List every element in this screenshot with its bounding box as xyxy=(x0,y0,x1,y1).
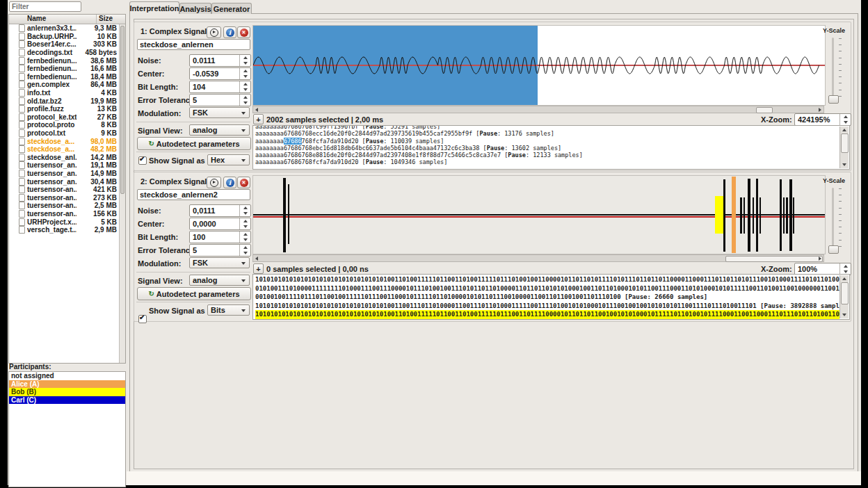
signal1-errortolerance-spinbox[interactable] xyxy=(189,94,251,106)
file-row[interactable]: versch_tage.t...2,9 MB xyxy=(9,226,120,234)
protocol-line[interactable]: aaaaaaaa67686768e8816de20f0c2844d97ad239… xyxy=(255,152,839,158)
signal2-errortolerance-value[interactable] xyxy=(190,245,239,256)
signal1-yscale-slider-handle[interactable] xyxy=(828,95,839,104)
signal2-hscrollbar[interactable] xyxy=(252,254,824,262)
file-row[interactable]: tuersensor_an...30,4 MB xyxy=(9,177,120,186)
signal1-signalview-combo[interactable]: analog xyxy=(189,124,250,136)
scroll-right-icon[interactable] xyxy=(819,257,821,261)
protocol-line[interactable]: 0101001110100001111111101000111001110000… xyxy=(255,284,839,293)
signal2-protocol-view[interactable]: 1010101010101010101010101010101010100110… xyxy=(252,274,850,320)
signal1-center-spinbox[interactable] xyxy=(189,67,251,80)
signal1-hscrollbar[interactable] xyxy=(252,106,824,113)
signal2-showsignalas-combo[interactable]: Bits xyxy=(207,304,250,316)
protocol-line[interactable]: aaaaaaaa67686768fc99ff1396fbf [Pause: 55… xyxy=(255,125,839,130)
participant-row[interactable]: Alice (A) xyxy=(9,380,125,389)
scroll-down-icon[interactable] xyxy=(842,314,846,316)
file-row[interactable]: tuersensor_an...19,1 MB xyxy=(9,161,120,170)
protocol-line[interactable]: 1010101010101010101010101010101010100110… xyxy=(255,310,839,319)
file-row[interactable]: protocol_ke.txt27 KB xyxy=(9,113,120,122)
signal2-errortolerance-spinbox[interactable] xyxy=(189,244,251,257)
spin-arrows-icon[interactable] xyxy=(239,245,250,256)
file-row[interactable]: tuersensor-an...273 KB xyxy=(9,193,120,202)
column-header-size[interactable]: Size xyxy=(97,15,125,24)
signal2-noise-value[interactable] xyxy=(190,205,239,216)
spin-arrows-icon[interactable] xyxy=(239,205,250,216)
signal1-protocol-scrollbar[interactable] xyxy=(839,127,849,168)
signal1-showsignalas-combo[interactable]: Hex xyxy=(207,154,250,165)
protocol-line[interactable]: 1010101010101010101010101010101010100110… xyxy=(255,275,839,284)
scroll-left-icon[interactable] xyxy=(255,108,258,112)
file-row[interactable]: protocol.proto8 KB xyxy=(9,121,120,129)
file-row[interactable]: Backup.URHP...10 KB xyxy=(9,33,120,41)
signal2-yscale-slider-handle[interactable] xyxy=(828,245,839,254)
signal2-play-button[interactable] xyxy=(207,177,221,188)
scroll-down-icon[interactable] xyxy=(842,163,846,166)
spin-arrows-icon[interactable] xyxy=(239,218,250,229)
scroll-left-icon[interactable] xyxy=(255,257,258,261)
protocol-line[interactable]: aaaaaaaa67686768ecc16de20f0c2844d97ad239… xyxy=(255,130,839,137)
signal1-hscroll-thumb[interactable] xyxy=(756,107,773,113)
signal2-autodetect-button[interactable]: ↻ Autodetect parameters xyxy=(137,287,251,300)
file-row[interactable]: protocol.txt9 KB xyxy=(9,129,120,138)
spin-arrows-icon[interactable] xyxy=(239,68,250,79)
filter-input[interactable] xyxy=(9,1,81,12)
protocol-line[interactable]: aaaaaaaa67686768fcfa7da910d20 [Pause: 10… xyxy=(255,158,839,165)
spin-arrows-icon[interactable] xyxy=(239,95,250,106)
signal1-expand-button[interactable]: + xyxy=(253,114,264,124)
signal2-bitlength-value[interactable] xyxy=(190,231,239,243)
file-row[interactable]: tuersensor-an...2,5 MB xyxy=(9,202,120,210)
signal2-yscale-slider-track[interactable] xyxy=(832,188,834,252)
protocol-line[interactable]: 0010010011110111011001001111101110011000… xyxy=(255,293,839,302)
signal1-info-button[interactable]: i xyxy=(223,26,236,38)
signal1-bitlength-spinbox[interactable] xyxy=(189,81,251,93)
signal2-name-input[interactable] xyxy=(137,189,250,200)
tab-interpretation[interactable]: Interpretation xyxy=(129,1,179,14)
signal2-center-value[interactable] xyxy=(190,218,239,229)
signal1-autodetect-button[interactable]: ↻ Autodetect parameters xyxy=(137,137,251,150)
signal1-close-button[interactable]: ✕ xyxy=(237,26,250,38)
signal2-xzoom-value[interactable] xyxy=(795,263,844,275)
signal1-noise-spinbox[interactable] xyxy=(189,54,251,67)
signal2-protocol-scrollbar[interactable] xyxy=(839,275,849,318)
signal1-modulation-combo[interactable]: FSK xyxy=(189,107,250,118)
signal2-expand-button[interactable]: + xyxy=(253,263,264,274)
signal2-center-spinbox[interactable] xyxy=(189,218,251,230)
signal2-modulation-combo[interactable]: FSK xyxy=(189,257,250,268)
signal1-protocol-scroll-thumb[interactable] xyxy=(841,133,849,153)
signal1-plot[interactable] xyxy=(252,25,826,106)
spin-arrows-icon[interactable] xyxy=(239,81,250,92)
file-tree[interactable]: Name Size anlernen3x3.t...9,3 MBBackup.U… xyxy=(8,14,126,364)
file-row[interactable]: gen.complex86,4 MB xyxy=(9,81,120,89)
signal1-errortolerance-value[interactable] xyxy=(190,95,239,106)
signal2-noise-spinbox[interactable] xyxy=(189,204,251,217)
file-row[interactable]: steckdose_anl...14,2 MB xyxy=(9,154,120,162)
file-row[interactable]: anlernen3x3.t...9,3 MB xyxy=(9,24,120,33)
spin-arrows-icon[interactable] xyxy=(239,55,250,66)
participants-list[interactable]: not assignedAlice (A)Bob (B)Carl (C) xyxy=(8,371,126,487)
signal2-bitlength-spinbox[interactable] xyxy=(189,231,251,243)
file-tree-scrollbar-thumb[interactable] xyxy=(120,26,124,194)
signal1-center-value[interactable] xyxy=(190,68,239,79)
participant-row[interactable]: not assigned xyxy=(9,372,125,380)
file-row[interactable]: steckdose_a...48,2 MB xyxy=(9,145,120,154)
file-row[interactable]: tuersensor-an...156 KB xyxy=(9,210,120,218)
spin-arrows-icon[interactable] xyxy=(239,231,250,243)
file-row[interactable]: fernbedienun...18,4 MB xyxy=(9,73,120,81)
signal2-hscroll-thumb[interactable] xyxy=(725,256,823,262)
signal2-info-button[interactable]: i xyxy=(223,177,236,188)
file-row[interactable]: decodings.txt458 bytes xyxy=(9,49,120,57)
file-row[interactable]: fernbedienun...38,6 MB xyxy=(9,56,120,65)
file-row[interactable]: tuersensor_an...14,9 MB xyxy=(9,170,120,178)
file-row[interactable]: Boeser14er.c...303 KB xyxy=(9,40,120,49)
column-header-name[interactable]: Name xyxy=(9,15,97,24)
file-tree-scrollbar[interactable] xyxy=(119,24,125,363)
scroll-right-icon[interactable] xyxy=(819,108,821,112)
signal1-bitlength-value[interactable] xyxy=(190,81,239,92)
signal2-plot[interactable] xyxy=(252,175,826,254)
file-row[interactable]: info.txt4 KB xyxy=(9,89,120,97)
signal1-xzoom-spinbox[interactable] xyxy=(794,113,851,126)
tab-analysis[interactable]: Analysis xyxy=(179,3,211,14)
file-row[interactable]: steckdose_a...98,0 MB xyxy=(9,137,120,145)
file-row[interactable]: old.tar.bz219,9 MB xyxy=(9,97,120,105)
signal2-protocol-scroll-thumb[interactable] xyxy=(841,282,849,304)
